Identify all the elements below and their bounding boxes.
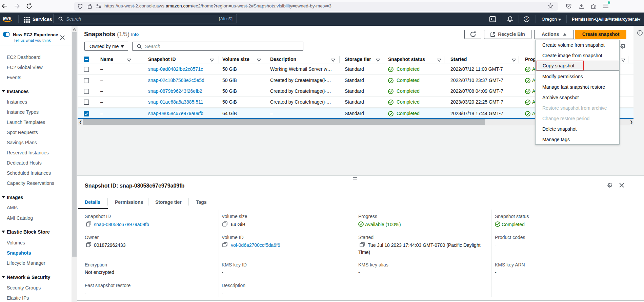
svg-text:aws: aws [3, 16, 11, 21]
svg-text:?: ? [525, 17, 527, 21]
